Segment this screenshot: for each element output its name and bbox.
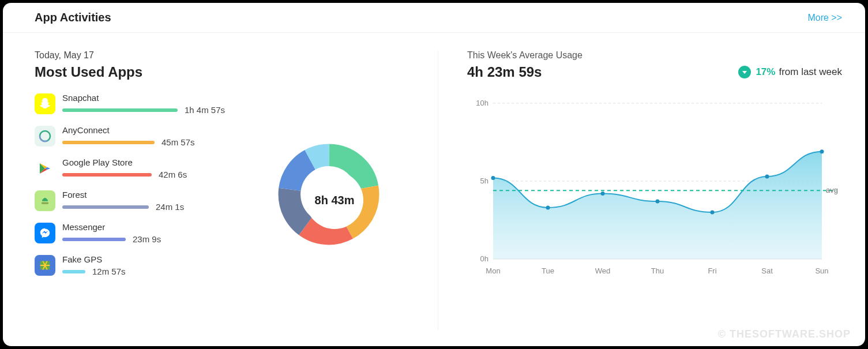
usage-bar	[62, 173, 152, 177]
app-bar-wrap: 24m 1s	[62, 202, 235, 212]
svg-text:5h: 5h	[480, 177, 489, 185]
svg-text:Mon: Mon	[486, 267, 500, 275]
most-used-title: Most Used Apps	[35, 64, 415, 80]
app-name-label: AnyConnect	[62, 125, 235, 135]
trend-percent: 17%	[756, 66, 775, 78]
donut-chart: 8h 43m	[277, 142, 392, 258]
app-bar-wrap: 42m 6s	[62, 170, 235, 179]
weekly-usage-panel: This Week's Average Usage 4h 23m 59s 17%…	[438, 50, 842, 330]
app-name-label: Google Play Store	[62, 157, 235, 167]
app-bar-wrap: 23m 9s	[62, 234, 235, 244]
app-time-label: 23m 9s	[133, 234, 161, 244]
app-info: Google Play Store 42m 6s	[62, 157, 235, 179]
app-icon	[35, 158, 55, 179]
svg-rect-2	[42, 202, 48, 204]
app-time-label: 24m 1s	[156, 202, 184, 212]
app-name-label: Forest	[62, 190, 235, 200]
app-time-label: 12m 57s	[92, 267, 126, 276]
watermark-text: © THESOFTWARE.SHOP	[718, 328, 851, 340]
svg-text:Wed: Wed	[595, 267, 611, 275]
usage-bar	[62, 141, 155, 144]
svg-point-17	[546, 205, 550, 209]
usage-bar	[62, 238, 126, 241]
svg-text:Thu: Thu	[651, 267, 664, 275]
app-bar-wrap: 12m 57s	[62, 267, 235, 276]
card-title: App Activities	[35, 11, 111, 24]
svg-point-20	[711, 211, 715, 215]
svg-point-21	[765, 174, 769, 178]
svg-text:avg: avg	[826, 186, 838, 194]
svg-point-22	[820, 149, 824, 153]
app-time-label: 42m 6s	[159, 170, 187, 179]
app-info: Snapchat 1h 4m 57s	[62, 93, 235, 115]
svg-text:Tue: Tue	[542, 267, 554, 275]
app-info: Forest 24m 1s	[62, 190, 235, 212]
app-time-label: 1h 4m 57s	[185, 105, 225, 115]
app-name-label: Messenger	[62, 222, 235, 232]
app-row[interactable]: Snapchat 1h 4m 57s	[35, 93, 415, 115]
svg-point-19	[656, 200, 660, 204]
svg-text:0h: 0h	[480, 254, 489, 263]
svg-text:Sat: Sat	[761, 267, 773, 275]
weekly-line-chart: 10h5h0havgMonTueWedThuFriSatSun	[467, 97, 842, 282]
svg-text:Fri: Fri	[708, 267, 716, 275]
app-info: AnyConnect 45m 57s	[62, 125, 235, 147]
app-icon	[35, 126, 55, 147]
usage-bar	[62, 205, 149, 209]
arrow-down-icon	[738, 66, 751, 78]
usage-bar	[62, 270, 85, 273]
svg-text:Sun: Sun	[815, 267, 828, 275]
svg-text:10h: 10h	[476, 99, 489, 107]
app-icon	[35, 223, 55, 243]
app-activities-card: App Activities More >> Today, May 17 Mos…	[3, 3, 865, 346]
app-name-label: Fake GPS	[62, 254, 235, 264]
most-used-panel: Today, May 17 Most Used Apps Snapchat 1h…	[35, 50, 438, 330]
weekly-subtitle: This Week's Average Usage	[467, 50, 842, 61]
svg-point-16	[491, 176, 495, 180]
svg-point-18	[601, 192, 605, 196]
app-time-label: 45m 57s	[161, 137, 195, 147]
trend-text: from last week	[779, 66, 842, 78]
app-info: Messenger 23m 9s	[62, 222, 235, 244]
date-label: Today, May 17	[35, 50, 415, 61]
app-icon	[35, 93, 55, 114]
app-icon	[35, 190, 55, 211]
usage-bar	[62, 108, 178, 112]
avg-row: 4h 23m 59s 17% from last week	[467, 64, 842, 80]
more-link[interactable]: More >>	[807, 13, 842, 23]
card-header: App Activities More >>	[3, 3, 865, 33]
avg-usage-value: 4h 23m 59s	[467, 64, 542, 80]
card-content: Today, May 17 Most Used Apps Snapchat 1h…	[3, 33, 865, 342]
app-icon	[35, 255, 55, 276]
app-bar-wrap: 1h 4m 57s	[62, 105, 235, 115]
app-bar-wrap: 45m 57s	[62, 137, 235, 147]
app-name-label: Snapchat	[62, 93, 235, 103]
trend-indicator: 17% from last week	[738, 66, 842, 78]
donut-center-label: 8h 43m	[306, 171, 363, 229]
app-info: Fake GPS 12m 57s	[62, 254, 235, 276]
